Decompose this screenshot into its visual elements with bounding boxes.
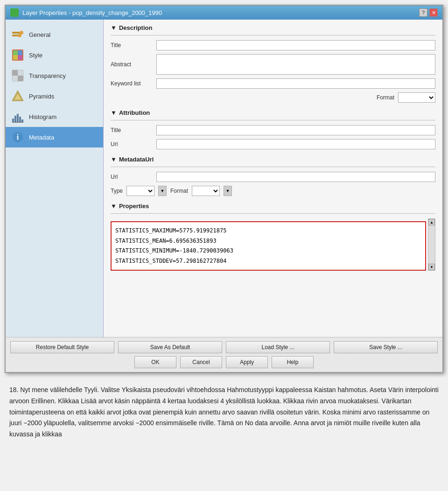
description-section: ▼ Description Title Abstract Keyword lis… (111, 24, 435, 103)
abstract-input[interactable] (156, 54, 435, 75)
title-row: Title (111, 40, 435, 50)
pyramids-icon (11, 90, 24, 103)
metadataurl-collapse-icon: ▼ (111, 156, 117, 163)
sidebar-item-transparency-label: Transparency (29, 72, 66, 79)
properties-scrollbar[interactable]: ▲ ▼ (428, 218, 435, 271)
ok-button[interactable]: OK (134, 356, 176, 368)
scroll-up-arrow[interactable]: ▲ (428, 219, 435, 225)
restore-default-button[interactable]: Restore Default Style (10, 341, 114, 353)
metadataurl-url-input[interactable] (156, 172, 435, 182)
style-icon (11, 49, 24, 62)
svg-rect-14 (12, 119, 14, 122)
description-header[interactable]: ▼ Description (111, 24, 435, 31)
sidebar-item-general-label: General (29, 31, 50, 38)
sidebar-item-general[interactable]: General (6, 24, 103, 45)
attribution-header[interactable]: ▼ Attribution (111, 109, 435, 116)
layer-properties-dialog: Layer Properties - pop_density_change_20… (5, 5, 443, 373)
title-bar: Layer Properties - pop_density_change_20… (6, 6, 442, 20)
metadataurl-url-row: Url (111, 172, 435, 182)
format-label2: Format (170, 188, 188, 194)
help-button[interactable]: ? (419, 8, 427, 17)
properties-box: STATISTICS_MAXIMUM=5775.919921875 STATIS… (111, 221, 426, 271)
sidebar-item-pyramids[interactable]: Pyramids (6, 86, 103, 106)
sidebar-item-transparency[interactable]: Transparency (6, 65, 103, 86)
title-input[interactable] (156, 40, 435, 50)
metadataurl-divider (111, 167, 435, 167)
description-collapse-icon: ▼ (111, 24, 117, 31)
svg-text:i: i (17, 133, 19, 141)
bottom-bar: Restore Default Style Save As Default Lo… (6, 337, 442, 372)
sidebar-item-pyramids-label: Pyramids (29, 93, 54, 100)
app-icon (10, 8, 19, 17)
keyword-input[interactable] (156, 78, 435, 89)
load-style-button[interactable]: Load Style ... (226, 341, 330, 353)
properties-divider (111, 213, 435, 214)
type-arrow[interactable]: ▼ (158, 186, 167, 196)
sidebar-item-style-label: Style (29, 52, 42, 59)
svg-rect-17 (19, 117, 21, 122)
attribution-url-input[interactable] (156, 139, 435, 149)
save-as-default-button[interactable]: Save As Default (118, 341, 222, 353)
transparency-icon (11, 69, 24, 82)
format-row: Format (111, 92, 435, 103)
body-text: 18. Nyt mene välilehdelle Tyyli. Valitse… (0, 378, 448, 451)
keyword-row: Keyword list (111, 78, 435, 89)
description-label: Description (119, 24, 153, 31)
metadataurl-url-label: Url (111, 174, 153, 180)
metadata-panel: ▼ Description Title Abstract Keyword lis… (104, 20, 442, 337)
prop-line-4: STATISTICS_STDDEV=57.298162727804 (115, 256, 421, 267)
type-label: Type (111, 188, 123, 194)
dialog-body: General Style (6, 20, 442, 337)
svg-rect-11 (18, 76, 23, 81)
attribution-title-row: Title (111, 125, 435, 135)
sidebar-item-style[interactable]: Style (6, 45, 103, 65)
svg-rect-1 (12, 35, 18, 36)
metadataurl-label: MetadataUrl (119, 156, 154, 163)
close-button[interactable]: ✕ (429, 8, 438, 17)
histogram-icon (11, 110, 24, 123)
attribution-label: Attribution (119, 109, 150, 116)
sidebar-item-metadata[interactable]: i Metadata (6, 127, 103, 147)
scroll-down-arrow[interactable]: ▼ (428, 264, 435, 270)
apply-button[interactable]: Apply (226, 356, 268, 368)
cancel-button[interactable]: Cancel (180, 356, 222, 368)
format-select[interactable] (398, 92, 435, 103)
abstract-row: Abstract (111, 54, 435, 75)
attribution-collapse-icon: ▼ (111, 109, 117, 116)
attribution-title-input[interactable] (156, 125, 435, 135)
properties-label: Properties (119, 203, 149, 210)
svg-rect-6 (18, 50, 22, 55)
attribution-section: ▼ Attribution Title Url (111, 109, 435, 149)
svg-rect-16 (17, 114, 19, 122)
properties-container: STATISTICS_MAXIMUM=5775.919921875 STATIS… (111, 218, 435, 271)
attribution-url-row: Url (111, 139, 435, 149)
metadataurl-section: ▼ MetadataUrl Url Type ▼ Format ▼ (111, 156, 435, 196)
svg-point-3 (18, 34, 21, 37)
svg-rect-8 (18, 55, 22, 60)
svg-rect-7 (13, 55, 18, 60)
svg-rect-15 (14, 116, 16, 122)
properties-header[interactable]: ▼ Properties (111, 203, 435, 210)
metadataurl-header[interactable]: ▼ MetadataUrl (111, 156, 435, 163)
abstract-label: Abstract (111, 61, 153, 68)
save-style-button[interactable]: Save Style ... (334, 341, 438, 353)
svg-rect-18 (21, 119, 23, 122)
help-dialog-button[interactable]: Help (272, 356, 314, 368)
prop-line-2: STATISTICS_MEAN=6.695636351893 (115, 236, 421, 246)
type-select[interactable] (126, 186, 154, 196)
format2-select[interactable] (192, 186, 220, 196)
properties-section: ▼ Properties STATISTICS_MAXIMUM=5775.919… (111, 203, 435, 271)
format2-arrow[interactable]: ▼ (224, 186, 232, 196)
action-buttons-row: OK Cancel Apply Help (10, 356, 438, 368)
sidebar: General Style (6, 20, 104, 337)
title-label: Title (111, 42, 153, 49)
sidebar-item-histogram[interactable]: Histogram (6, 106, 103, 127)
sidebar-item-metadata-label: Metadata (29, 134, 54, 141)
type-format-row: Type ▼ Format ▼ (111, 186, 435, 196)
svg-rect-10 (12, 70, 18, 76)
window-controls: ? ✕ (419, 8, 438, 17)
prop-line-1: STATISTICS_MAXIMUM=5775.919921875 (115, 226, 421, 236)
attribution-divider (111, 120, 435, 120)
svg-rect-0 (12, 32, 20, 34)
sidebar-item-histogram-label: Histogram (29, 113, 56, 120)
